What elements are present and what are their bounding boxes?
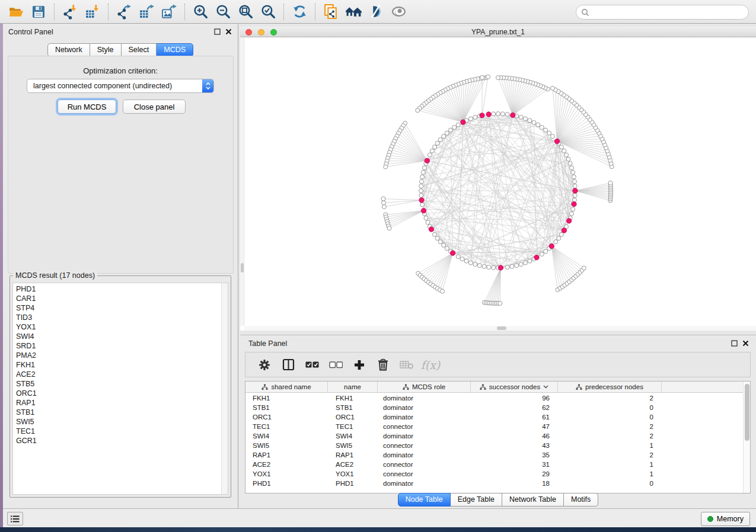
table-cell: FKH1 bbox=[328, 395, 378, 402]
column-header-name[interactable]: name bbox=[328, 382, 378, 392]
tab-network[interactable]: Network bbox=[47, 43, 90, 57]
mcds-result-item[interactable]: STP4 bbox=[13, 303, 221, 313]
export-table-button[interactable] bbox=[135, 2, 158, 22]
refresh-button[interactable] bbox=[288, 2, 311, 22]
mcds-result-item[interactable]: SWI5 bbox=[13, 417, 221, 427]
tab-select[interactable]: Select bbox=[122, 43, 157, 57]
mcds-result-item[interactable]: SWI4 bbox=[13, 332, 221, 341]
table-row[interactable]: STB1STB1dominator620 bbox=[245, 403, 742, 412]
task-history-button[interactable] bbox=[7, 512, 23, 525]
table-float-button[interactable] bbox=[731, 339, 738, 347]
show-columns-button[interactable] bbox=[276, 354, 300, 376]
mcds-result-item[interactable]: ACE2 bbox=[13, 370, 221, 379]
tab-mcds[interactable]: MCDS bbox=[157, 43, 193, 57]
mcds-result-item[interactable]: TID3 bbox=[13, 313, 221, 322]
run-mcds-button[interactable]: Run MCDS bbox=[58, 100, 116, 114]
network-hscroll-thumb[interactable] bbox=[497, 326, 506, 330]
delete-column-button[interactable] bbox=[371, 354, 395, 376]
select-stepper bbox=[202, 79, 213, 92]
zoom-selected-button[interactable] bbox=[257, 2, 279, 22]
table-panel-header: Table Panel bbox=[240, 335, 756, 351]
network-vscroll-thumb[interactable] bbox=[241, 263, 244, 273]
new-network-from-selection-button[interactable] bbox=[320, 2, 342, 22]
tab-network-table[interactable]: Network Table bbox=[502, 493, 564, 507]
table-cell: 43 bbox=[471, 442, 558, 449]
table-settings-button[interactable] bbox=[253, 354, 276, 376]
destroy-network-button[interactable] bbox=[342, 2, 365, 22]
zoom-in-button[interactable] bbox=[189, 2, 212, 22]
table-row[interactable]: SWI4SWI4dominator462 bbox=[245, 431, 742, 441]
table-row[interactable]: YOX1YOX1connector291 bbox=[245, 469, 742, 479]
import-table-button[interactable] bbox=[81, 2, 104, 22]
birds-eye-view-button[interactable] bbox=[387, 2, 410, 22]
gear-icon bbox=[259, 359, 270, 371]
network-horizontal-scrollbar[interactable] bbox=[244, 326, 756, 331]
column-header-shared-name[interactable]: shared name bbox=[245, 382, 328, 392]
import-network-button[interactable] bbox=[59, 2, 81, 22]
table-cell: 0 bbox=[558, 404, 662, 411]
delete-table-button[interactable] bbox=[395, 354, 419, 376]
table-row[interactable]: RAP1RAP1dominator352 bbox=[245, 450, 742, 460]
mcds-result-item[interactable]: YOX1 bbox=[13, 322, 221, 332]
save-button[interactable] bbox=[27, 2, 50, 22]
mcds-result-item[interactable]: RAP1 bbox=[13, 398, 221, 408]
mcds-result-item[interactable]: PHD1 bbox=[13, 284, 221, 294]
tab-node-table[interactable]: Node Table bbox=[398, 493, 451, 507]
column-header-mcds-role[interactable]: MCDS role bbox=[378, 382, 471, 392]
export-image-button[interactable] bbox=[158, 2, 180, 22]
open-file-button[interactable] bbox=[5, 2, 27, 22]
float-panel-button[interactable] bbox=[213, 28, 221, 36]
mcds-result-item[interactable]: ORC1 bbox=[13, 389, 221, 398]
trash-icon bbox=[377, 358, 389, 371]
tab-style[interactable]: Style bbox=[90, 43, 122, 57]
table-close-button[interactable] bbox=[742, 339, 749, 347]
toggle-graphics-details-button[interactable] bbox=[365, 2, 387, 22]
deselect-all-button[interactable] bbox=[324, 354, 347, 376]
add-column-button[interactable] bbox=[347, 354, 371, 376]
column-header-predecessor-nodes[interactable]: predecessor nodes bbox=[558, 382, 662, 392]
mcds-result-item[interactable]: FKH1 bbox=[13, 360, 221, 370]
mcds-result-item[interactable]: GCR1 bbox=[13, 436, 221, 446]
close-panel-button[interactable] bbox=[225, 28, 232, 36]
table-row[interactable]: TEC1TEC1connector472 bbox=[245, 422, 742, 431]
export-network-button[interactable] bbox=[113, 2, 135, 22]
column-header-successor-nodes[interactable]: successor nodes bbox=[471, 382, 558, 392]
optimization-criterion-value: largest connected component (undirected) bbox=[27, 82, 202, 90]
mcds-result-item[interactable]: PMA2 bbox=[13, 351, 221, 360]
select-all-button[interactable] bbox=[300, 354, 324, 376]
mcds-list-scrollbar[interactable] bbox=[221, 283, 228, 494]
mcds-result-item[interactable]: STB5 bbox=[13, 379, 221, 389]
zoom-fit-button[interactable] bbox=[234, 2, 257, 22]
table-row[interactable]: ORC1ORC1dominator610 bbox=[245, 412, 742, 422]
import-network-icon bbox=[62, 4, 78, 20]
unchecked-boxes-icon bbox=[329, 361, 343, 368]
network-graph[interactable] bbox=[240, 38, 756, 331]
table-cell: 61 bbox=[471, 414, 558, 421]
network-window-titlebar[interactable]: YPA_prune.txt_1 bbox=[240, 27, 756, 37]
table-cell: FKH1 bbox=[245, 395, 328, 402]
memory-button[interactable]: Memory bbox=[701, 512, 750, 526]
table-row[interactable]: SWI5SWI5connector431 bbox=[245, 441, 742, 450]
table-cell: TEC1 bbox=[245, 423, 328, 430]
search-input[interactable] bbox=[589, 8, 748, 17]
tab-motifs[interactable]: Motifs bbox=[564, 493, 598, 507]
table-cell: 96 bbox=[471, 395, 558, 402]
table-row[interactable]: FKH1FKH1dominator962 bbox=[245, 393, 742, 403]
mcds-result-item[interactable]: STB1 bbox=[13, 408, 221, 417]
close-panel-action-button[interactable]: Close panel bbox=[123, 100, 186, 114]
table-scroll-thumb[interactable] bbox=[745, 384, 749, 441]
table-scrollbar[interactable] bbox=[743, 382, 750, 493]
mcds-result-item[interactable]: CAR1 bbox=[13, 294, 221, 303]
function-builder-button[interactable]: f(x) bbox=[419, 354, 442, 376]
table-row[interactable]: PHD1PHD1dominator180 bbox=[245, 479, 742, 488]
tab-edge-table[interactable]: Edge Table bbox=[451, 493, 502, 507]
mcds-result-item[interactable]: TEC1 bbox=[13, 427, 221, 436]
float-icon bbox=[731, 340, 738, 347]
main-toolbar bbox=[0, 0, 756, 24]
zoom-out-button[interactable] bbox=[212, 2, 234, 22]
table-row[interactable]: ACE2ACE2connector311 bbox=[245, 460, 742, 469]
optimization-criterion-select[interactable]: largest connected component (undirected) bbox=[27, 79, 214, 93]
save-icon bbox=[31, 4, 46, 20]
network-vertical-scrollbar[interactable] bbox=[240, 38, 244, 326]
mcds-result-item[interactable]: SRD1 bbox=[13, 341, 221, 351]
